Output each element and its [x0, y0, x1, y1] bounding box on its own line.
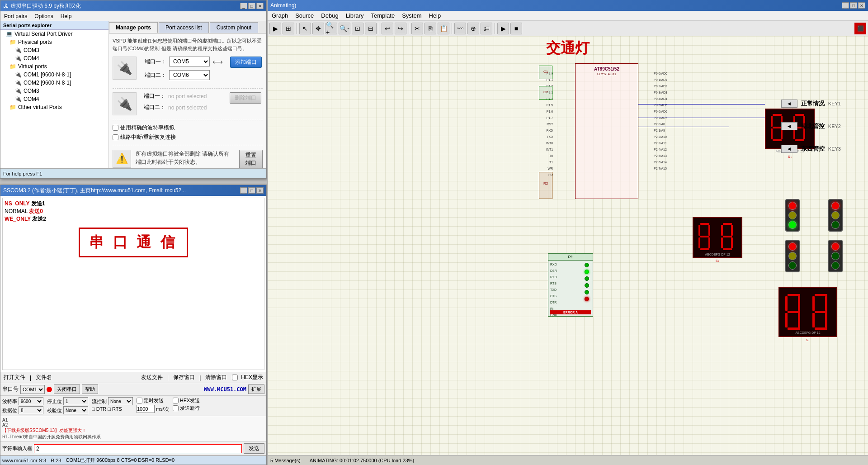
sscom-send-input[interactable] — [34, 444, 242, 453]
remove-port-icon: 🔌 — [117, 96, 132, 111]
sidebar-root[interactable]: 💻 Virtual Serial Port Driver — [0, 30, 108, 38]
tool-red-btn[interactable]: ⬛ — [854, 23, 866, 34]
tool-cut-btn[interactable]: ✂ — [411, 23, 423, 34]
menu-source[interactable]: Source — [293, 12, 316, 19]
tool-zoom-out-btn[interactable]: 🔍- — [339, 23, 350, 34]
sscom-line3: WE_ONLY 发送2 — [5, 215, 262, 223]
port1-label: 端口一： — [144, 58, 166, 66]
tool-simulate-btn[interactable]: ▶ — [497, 23, 509, 34]
sscom-minimize-btn[interactable]: _ — [240, 187, 247, 194]
sscom-close-port-btn[interactable]: 关闭串口 — [54, 384, 80, 394]
tool-redo-btn[interactable]: ↪ — [395, 23, 406, 34]
checkbox-baud[interactable] — [113, 125, 118, 131]
vspd-maximize-btn[interactable]: □ — [248, 3, 255, 9]
sscom-port-select[interactable]: COM1COM2COM3 — [20, 385, 45, 394]
menu-library[interactable]: Library — [344, 12, 366, 19]
sidebar-physical-ports[interactable]: 📁 Physical ports — [0, 38, 108, 46]
tool-stop-btn[interactable]: ■ — [510, 23, 522, 34]
sscom-flow-select[interactable]: NoneHardware — [108, 397, 133, 405]
reset-ports-btn[interactable]: 重置端口 — [239, 150, 263, 168]
eda-maximize-btn[interactable]: □ — [850, 2, 857, 9]
port1-select[interactable]: COM5COM3COM4 — [169, 57, 210, 66]
menu-system[interactable]: System — [400, 12, 424, 19]
sidebar-item-com3-virtual[interactable]: 🔌 COM3 — [0, 87, 108, 95]
sscom-file-name-btn[interactable]: 文件名 — [34, 374, 53, 381]
vspd-minimize-btn[interactable]: _ — [240, 3, 247, 9]
eda-close-btn[interactable]: ✕ — [858, 2, 865, 9]
eda-minimize-btn[interactable]: _ — [842, 2, 849, 9]
sscom-hex-send-label: HEX发送 — [180, 397, 200, 404]
port-icon-com3-phys: 🔌 — [15, 47, 22, 53]
sscom-close-btn[interactable]: ✕ — [256, 187, 264, 194]
tool-label-btn[interactable]: 🏷 — [481, 23, 492, 34]
tool-undo-btn[interactable]: ↩ — [382, 23, 393, 34]
menu-help[interactable]: Help — [59, 13, 74, 19]
menu-graph[interactable]: Graph — [269, 12, 290, 19]
tool-move-btn[interactable]: ✥ — [312, 23, 324, 34]
eda-canvas[interactable]: 交通灯 AT89C51/52 CRYSTAL X1 P1.0P1.1P1.2P1… — [268, 36, 868, 455]
svg-rect-52 — [788, 311, 800, 313]
tool-zoom-fit-btn[interactable]: ⊡ — [352, 23, 363, 34]
sscom-stopbits-select[interactable]: 12 — [63, 397, 88, 405]
svg-rect-25 — [723, 223, 732, 225]
key3-label: KEY3 — [828, 146, 841, 152]
mcu-component: AT89C51/52 CRYSTAL X1 P1.0P1.1P1.2P1.3 P… — [575, 63, 638, 199]
sidebar-item-com4-physical[interactable]: 🔌 COM4 — [0, 54, 108, 62]
sidebar-other-virtual[interactable]: 📁 Other virtual Ports — [0, 103, 108, 111]
vspd-description: VSPD 能够创建任何您想使用的端口号的虚拟端口。所以您可以不受端口号(COMx… — [113, 37, 263, 52]
tab-custom-pinout[interactable]: Custom pinout — [210, 22, 258, 33]
sscom-send-file-btn[interactable]: 发送文件 — [140, 374, 164, 381]
tool-zoom-in-btn[interactable]: 🔍+ — [326, 23, 337, 34]
tool-zoom-area-btn[interactable]: ⊟ — [365, 23, 377, 34]
sidebar-item-com4-virtual[interactable]: 🔌 COM4 — [0, 95, 108, 103]
tool-grid-btn[interactable]: ⊞ — [283, 23, 294, 34]
sidebar-item-com3-physical[interactable]: 🔌 COM3 — [0, 46, 108, 54]
remove-port-btn[interactable]: 删除端口 — [230, 92, 261, 104]
sscom-send-newline-check[interactable] — [173, 405, 179, 411]
eda-animating: ANIMATING: 00:01:02.750000 (CPU load 23%… — [310, 458, 415, 463]
vspd-close-btn[interactable]: ✕ — [256, 3, 264, 9]
tool-paste-btn[interactable]: 📋 — [438, 23, 449, 34]
key2-arrow[interactable]: ◀ — [781, 122, 797, 130]
sscom-hex-display-check[interactable] — [232, 375, 238, 380]
sscom-note1: A1 — [2, 418, 264, 422]
key3-arrow[interactable]: ◀ — [781, 145, 797, 153]
add-port-btn[interactable]: 添加端口 — [230, 57, 262, 68]
checkbox-reconnect[interactable] — [113, 134, 118, 140]
folder-icon-virtual: 📁 — [9, 63, 16, 70]
sidebar-virtual-ports[interactable]: 📁 Virtual ports — [0, 62, 108, 71]
menu-debug[interactable]: Debug — [319, 12, 340, 19]
sscom-send-btn[interactable]: 发送 — [244, 443, 264, 454]
menu-port-pairs[interactable]: Port pairs — [2, 13, 29, 19]
tool-wire-btn[interactable]: 〰 — [454, 23, 466, 34]
sscom-timed-send-check[interactable] — [137, 398, 142, 403]
sscom-baud-select[interactable]: 96001152004800 — [19, 397, 43, 405]
sidebar-item-com1[interactable]: 🔌 COM1 [9600-N-8-1] — [0, 71, 108, 79]
sscom-help-btn[interactable]: 帮助 — [82, 384, 98, 394]
tool-copy-btn[interactable]: ⎘ — [425, 23, 436, 34]
sscom-parity-select[interactable]: NoneEvenOdd — [63, 406, 88, 414]
tl4-light3 — [831, 261, 840, 270]
sscom-maximize-btn[interactable]: □ — [248, 187, 255, 194]
menu-template[interactable]: Template — [368, 12, 397, 19]
tool-play-btn[interactable]: ▶ — [269, 23, 281, 34]
sscom-hex-send-check[interactable] — [173, 398, 179, 403]
sscom-databits-select[interactable]: 87 — [19, 406, 43, 414]
svg-rect-21 — [698, 237, 700, 248]
sscom-expand-btn[interactable]: 扩展 — [248, 384, 264, 394]
port2-select[interactable]: COM6COM3COM4 — [169, 70, 210, 80]
sscom-banner-text: 串 口 通 信 — [79, 228, 189, 257]
sscom-clear-window-btn[interactable]: 清除窗口 — [204, 374, 228, 381]
sscom-open-file-btn[interactable]: 打开文件 — [2, 374, 27, 381]
menu-help-eda[interactable]: Help — [427, 12, 443, 19]
tab-port-access[interactable]: Port access list — [159, 22, 209, 33]
sidebar-item-com2[interactable]: 🔌 COM2 [9600-N-8-1] — [0, 79, 108, 87]
key1-arrow[interactable]: ◀ — [781, 100, 797, 108]
tool-cursor-btn[interactable]: ↖ — [299, 23, 311, 34]
sscom-save-window-btn[interactable]: 保存窗口 — [172, 374, 196, 381]
sscom-display[interactable]: NS_ONLY 发送1 NORMAL 发送0 WE_ONLY 发送2 串 口 通… — [2, 198, 264, 370]
menu-options[interactable]: Options — [33, 13, 55, 19]
tab-manage-ports[interactable]: Manage ports — [109, 22, 158, 33]
sscom-interval-input[interactable] — [137, 405, 155, 413]
tool-component-btn[interactable]: ⊕ — [467, 23, 479, 34]
